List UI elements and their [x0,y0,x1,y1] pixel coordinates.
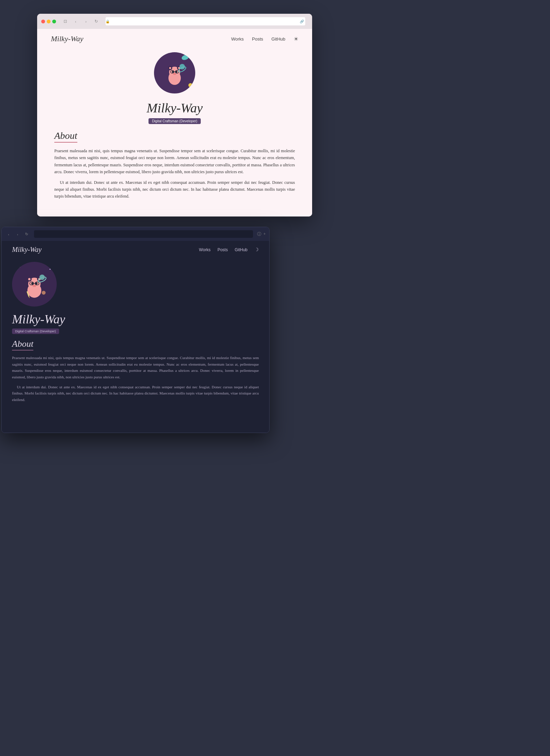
svg-marker-30 [29,296,30,298]
address-bar-dark[interactable] [34,230,253,238]
nav-light: Milky-Way Works Posts GitHub ☀ [37,29,312,49]
about-paragraph-1: Praesent malesuada mi nisi, quis tempus … [54,147,295,176]
nav-link-github-dark[interactable]: GitHub [235,247,248,252]
about-heading-dark: About [12,339,33,351]
add-tab-icon[interactable]: + [263,232,266,237]
link-icon: 🔗 [300,20,304,23]
close-button[interactable] [41,20,45,23]
svg-point-18 [28,278,31,280]
svg-point-13 [179,64,185,69]
about-heading-light: About [54,130,77,143]
nav-brand-dark[interactable]: Milky-Way [12,246,42,254]
site-light: Milky-Way Works Posts GitHub ☀ [37,29,312,216]
theme-toggle-icon[interactable]: ☀ [294,36,298,42]
nav-brand-light[interactable]: Milky-Way [51,34,83,43]
about-paragraph-2-dark: Ut at interdum dui. Donec ut ante ex. Ma… [12,384,259,403]
traffic-lights [41,20,56,23]
forward-button-dark[interactable]: › [14,231,21,237]
reload-button-dark[interactable]: ↻ [23,231,30,237]
forward-button[interactable]: › [82,18,90,25]
lock-icon: 🔒 [106,20,110,23]
nav-link-posts[interactable]: Posts [252,36,263,42]
avatar-dark [12,262,57,307]
site-dark: Milky-Way Works Posts GitHub ☽ [2,241,269,433]
role-badge-dark: Digital Craftsman (Developer) [12,329,59,334]
dark-chrome-right: ⓘ + [257,231,266,237]
svg-point-28 [42,291,45,294]
browser-chrome-light: ⊡ ‹ › ↻ 🔒 🔗 [37,14,312,29]
about-paragraph-1-dark: Praesent malesuada mi nisi, quis tempus … [12,355,259,380]
site-title-dark: Milky-Way [12,312,65,326]
nav-link-works[interactable]: Works [231,36,244,42]
reload-button[interactable]: ↻ [92,18,100,25]
about-section-dark: About Praesent malesuada mi nisi, quis t… [2,339,269,403]
hero-section-light: Milky-Way Digital Craftsman (Developer) [37,49,312,130]
about-paragraph-2: Ut at interdum dui. Donec ut ante ex. Ma… [54,179,295,200]
star-1 [19,266,20,267]
sidebar-toggle-icon[interactable]: ⊡ [62,18,69,25]
back-button[interactable]: ‹ [72,18,79,25]
address-bar[interactable]: 🔒 🔗 [106,17,305,25]
maximize-button[interactable] [52,20,56,23]
about-section-light: About Praesent malesuada mi nisi, quis t… [37,130,312,200]
nav-link-works-dark[interactable]: Works [199,247,211,252]
svg-point-27 [40,275,45,280]
star-2 [50,269,51,270]
browser-dark: ‹ › ↻ ⓘ + Milky-Way Works Posts GitHub ☽ [1,227,270,433]
browser-chrome-dark: ‹ › ↻ ⓘ + [2,227,269,241]
info-icon[interactable]: ⓘ [257,231,261,237]
nav-link-posts-dark[interactable]: Posts [218,247,228,252]
back-button-dark[interactable]: ‹ [5,231,12,237]
browser-light: ⊡ ‹ › ↻ 🔒 🔗 Milky-Way Works Posts GitHub… [37,14,312,216]
role-badge-light: Digital Craftsman (Developer) [148,118,201,124]
theme-toggle-icon-dark[interactable]: ☽ [254,247,259,253]
nav-dark: Milky-Way Works Posts GitHub ☽ [2,241,269,258]
hero-section-dark: Milky-Way Digital Craftsman (Developer) [2,258,269,339]
avatar [154,52,195,93]
about-text-dark: Praesent malesuada mi nisi, quis tempus … [12,355,259,403]
avatar-svg-dark [19,269,50,300]
site-title-light: Milky-Way [146,100,202,115]
svg-point-4 [169,67,171,69]
nav-links-dark: Works Posts GitHub ☽ [199,247,259,253]
star-decoration [188,83,192,87]
nav-link-github[interactable]: GitHub [272,36,285,42]
minimize-button[interactable] [47,20,51,23]
about-text-light: Praesent malesuada mi nisi, quis tempus … [54,147,295,200]
nav-links-light: Works Posts GitHub ☀ [231,36,298,42]
avatar-svg [161,59,188,87]
